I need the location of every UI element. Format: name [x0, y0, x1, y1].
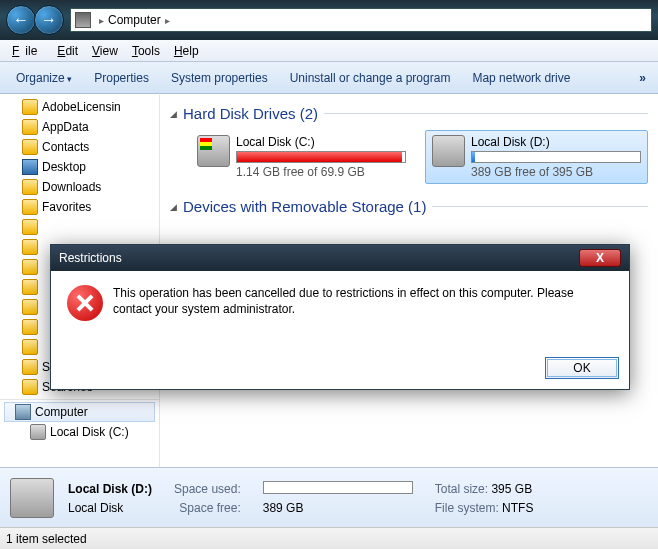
- dialog-titlebar[interactable]: Restrictions X: [51, 245, 629, 271]
- dialog-message: This operation has been cancelled due to…: [113, 285, 613, 321]
- dialog-overlay: Restrictions X This operation has been c…: [0, 0, 658, 549]
- error-icon: [67, 285, 103, 321]
- close-button[interactable]: X: [579, 249, 621, 267]
- dialog-buttons: OK: [51, 351, 629, 389]
- restrictions-dialog: Restrictions X This operation has been c…: [50, 244, 630, 390]
- dialog-title: Restrictions: [59, 251, 122, 265]
- ok-button[interactable]: OK: [545, 357, 619, 379]
- dialog-body: This operation has been cancelled due to…: [51, 271, 629, 351]
